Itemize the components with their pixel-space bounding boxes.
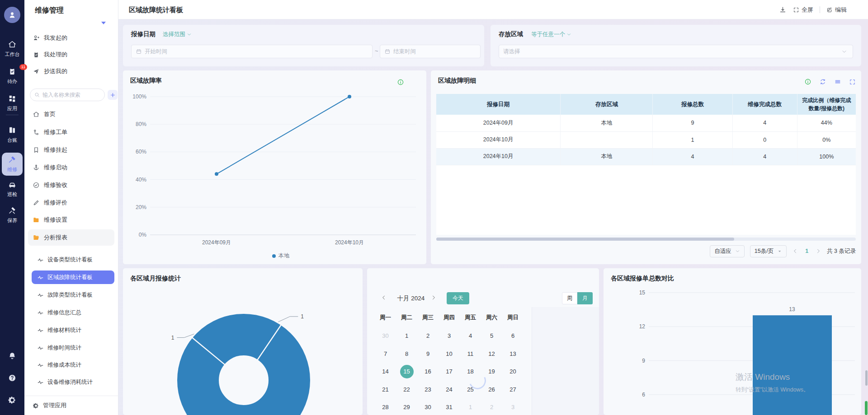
calendar-day[interactable]: 3 bbox=[502, 398, 524, 415]
sidebar-quick-item[interactable]: 我发起的 bbox=[28, 31, 114, 45]
sidebar-subitem-设备类型统计看板[interactable]: 设备类型统计看板 bbox=[32, 253, 114, 266]
refresh-icon[interactable] bbox=[819, 78, 826, 85]
download-button[interactable] bbox=[779, 6, 787, 14]
list-menu-icon[interactable] bbox=[834, 78, 841, 85]
sidebar-item-分析报表[interactable]: 分析报表 bbox=[28, 229, 114, 246]
calendar-day[interactable]: 1 bbox=[460, 398, 481, 415]
sidebar-subitem-区域故障统计看板[interactable]: 区域故障统计看板 bbox=[32, 270, 114, 284]
calendar-day[interactable]: 29 bbox=[396, 398, 417, 415]
calendar-day[interactable]: 5 bbox=[481, 327, 502, 345]
edit-button[interactable]: 编辑 bbox=[826, 6, 847, 14]
sidebar-subitem-维修信息汇总[interactable]: 维修信息汇总 bbox=[32, 306, 114, 319]
calendar-day-detail-panel: 当日无数据 bbox=[532, 307, 599, 415]
fit-mode-select[interactable]: 自适应 bbox=[710, 245, 745, 257]
fault-rate-line-chart[interactable]: 0%20%40%60%80%100%2024年09月2024年10月 bbox=[123, 70, 426, 264]
calendar-day[interactable]: 17 bbox=[439, 363, 460, 381]
rail-item-inspection[interactable]: 巡检 bbox=[0, 180, 24, 198]
sidebar-item-维修挂起[interactable]: 维修挂起 bbox=[28, 143, 114, 157]
area-total-bar-chart[interactable]: 15129613 bbox=[604, 268, 861, 415]
caret-down-icon bbox=[777, 249, 782, 254]
calendar-day[interactable]: 4 bbox=[460, 327, 481, 345]
sidebar-subitem-故障类型统计看板[interactable]: 故障类型统计看板 bbox=[32, 288, 114, 302]
month-view-button[interactable]: 月 bbox=[577, 292, 593, 304]
calendar-day[interactable]: 30 bbox=[417, 398, 439, 415]
prev-month-button[interactable] bbox=[381, 294, 387, 301]
rail-item-workbench[interactable]: 工作台 bbox=[0, 40, 24, 58]
calendar-day[interactable]: 1 bbox=[396, 327, 417, 345]
sidebar-item-首页[interactable]: 首页 bbox=[28, 107, 114, 121]
calendar-day[interactable]: 9 bbox=[417, 345, 439, 363]
table-h-scrollbar-thumb[interactable] bbox=[436, 238, 734, 241]
bell-icon[interactable] bbox=[8, 351, 17, 360]
sidebar-search-input[interactable] bbox=[30, 89, 105, 101]
table-row[interactable]: 2024年09月本地9444% bbox=[436, 115, 856, 131]
calendar-day[interactable]: 7 bbox=[375, 345, 396, 363]
calendar-day[interactable]: 20 bbox=[502, 363, 524, 381]
calendar-day[interactable]: 13 bbox=[502, 345, 524, 363]
calendar-day[interactable]: 21 bbox=[375, 381, 396, 399]
next-page-button[interactable] bbox=[815, 248, 821, 254]
calendar-day-selected[interactable]: 15 bbox=[396, 363, 417, 381]
calendar-day[interactable]: 2 bbox=[417, 327, 439, 345]
sidebar-item-维修工单[interactable]: 维修工单 bbox=[28, 125, 114, 140]
calendar-day[interactable]: 31 bbox=[439, 398, 460, 415]
help-icon[interactable] bbox=[8, 373, 17, 382]
current-page[interactable]: 1 bbox=[804, 248, 810, 254]
calendar-day[interactable]: 27 bbox=[502, 381, 524, 399]
calendar-day[interactable]: 16 bbox=[417, 363, 439, 381]
calendar-day[interactable]: 12 bbox=[481, 345, 502, 363]
calendar-day[interactable]: 8 bbox=[396, 345, 417, 363]
rail-item-repair[interactable]: 维修 bbox=[2, 153, 23, 176]
calendar-day[interactable]: 11 bbox=[460, 345, 481, 363]
rail-item-maintenance[interactable]: 保养 bbox=[0, 206, 24, 224]
calendar-day[interactable]: 24 bbox=[439, 381, 460, 399]
calendar-day[interactable]: 23 bbox=[417, 381, 439, 399]
sidebar-item-维修启动[interactable]: 维修启动 bbox=[28, 160, 114, 175]
sidebar-quick-item[interactable]: 抄送我的 bbox=[28, 64, 114, 79]
sidebar-item-维修设置[interactable]: 维修设置 bbox=[28, 213, 114, 227]
info-icon[interactable] bbox=[804, 78, 811, 85]
next-month-button[interactable] bbox=[430, 294, 437, 301]
storage-area-select[interactable] bbox=[499, 45, 853, 58]
add-button[interactable] bbox=[108, 90, 118, 100]
monthly-report-donut-chart[interactable]: 11 bbox=[123, 268, 363, 415]
rail-item-apps[interactable]: 应用 bbox=[0, 94, 24, 112]
settings-gear-icon[interactable] bbox=[8, 396, 17, 405]
table-row[interactable]: 2024年10月本地44100% bbox=[436, 148, 856, 165]
calendar-day[interactable]: 30 bbox=[375, 327, 396, 345]
sidebar-quick-item[interactable]: 我处理的 bbox=[28, 47, 114, 62]
calendar-day[interactable]: 10 bbox=[439, 345, 460, 363]
sidebar-item-维修评价[interactable]: 维修评价 bbox=[28, 196, 114, 210]
rail-item-todo[interactable]: 11待办 bbox=[0, 67, 24, 85]
calendar-day[interactable]: 2 bbox=[481, 398, 502, 415]
calendar-day[interactable]: 22 bbox=[396, 381, 417, 399]
sidebar-subitem-设备维修消耗统计[interactable]: 设备维修消耗统计 bbox=[32, 375, 114, 389]
fullscreen-button[interactable]: 全屏 bbox=[793, 6, 813, 14]
today-button[interactable]: 今天 bbox=[447, 292, 469, 304]
avatar[interactable] bbox=[4, 7, 20, 23]
sidebar-footer-manage-app[interactable]: 管理应用 bbox=[24, 396, 118, 415]
calendar-day[interactable]: 14 bbox=[375, 363, 396, 381]
sidebar-item-维修验收[interactable]: 维修验收 bbox=[28, 178, 114, 192]
sidebar-subitem-维修材料统计[interactable]: 维修材料统计 bbox=[32, 323, 114, 337]
table-row[interactable]: 2024年10月100% bbox=[436, 131, 856, 148]
start-time-input[interactable] bbox=[131, 45, 373, 58]
calendar-day[interactable]: 3 bbox=[439, 327, 460, 345]
chart-legend[interactable]: 本地 bbox=[272, 252, 289, 260]
end-time-input[interactable] bbox=[380, 45, 481, 58]
calendar-day[interactable]: 6 bbox=[502, 327, 524, 345]
page-scrollbar-thumb[interactable] bbox=[865, 370, 868, 386]
calendar-day[interactable]: 28 bbox=[375, 398, 396, 415]
calendar-weekday: 周二 bbox=[396, 312, 417, 323]
page-size-select[interactable]: 15条/页 bbox=[750, 245, 787, 257]
sidebar-subitem-维修时间统计[interactable]: 维修时间统计 bbox=[32, 341, 114, 354]
sidebar-subitem-维修成本统计[interactable]: 维修成本统计 bbox=[32, 358, 114, 372]
filter-operator-dropdown[interactable]: 选择范围 bbox=[163, 31, 192, 38]
chevron-down-icon[interactable] bbox=[101, 22, 106, 24]
week-view-button[interactable]: 周 bbox=[562, 292, 577, 304]
expand-icon[interactable] bbox=[849, 79, 856, 85]
prev-page-button[interactable] bbox=[792, 248, 798, 254]
filter-operator-dropdown[interactable]: 等于任意一个 bbox=[531, 31, 571, 38]
info-icon[interactable] bbox=[397, 79, 404, 86]
rail-item-ledger[interactable]: 台账 bbox=[0, 126, 24, 144]
